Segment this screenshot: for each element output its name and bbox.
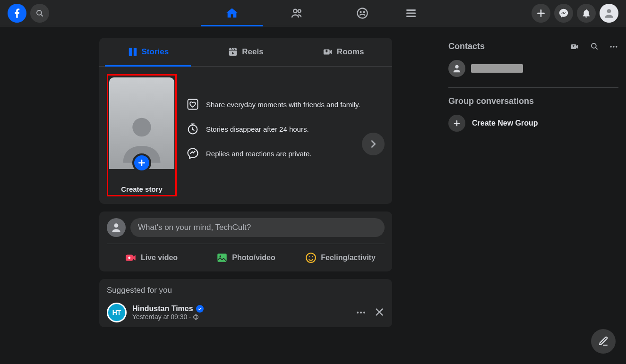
search-icon [35, 9, 44, 17]
heart-card-icon [186, 98, 199, 111]
post-actions [355, 307, 385, 318]
stories-body: Create story Share everyday moments with… [99, 67, 392, 204]
info-text-2: Stories disappear after 24 hours. [206, 125, 309, 133]
groups-icon [356, 7, 369, 20]
stories-tabs: Stories Reels Rooms [99, 38, 392, 67]
new-message-fab[interactable] [591, 329, 616, 354]
contact-row[interactable] [448, 55, 618, 82]
svg-point-26 [309, 256, 310, 257]
svg-point-15 [132, 118, 151, 136]
svg-point-22 [128, 257, 130, 259]
svg-rect-23 [217, 254, 227, 262]
story-info-list: Share everyday moments with friends and … [186, 74, 385, 160]
nav-menu[interactable] [397, 0, 425, 26]
post-close-button[interactable] [374, 307, 385, 318]
svg-point-5 [360, 11, 361, 13]
chevron-right-icon [368, 139, 378, 149]
info-text-3: Replies and reactions are private. [206, 150, 311, 158]
svg-point-12 [607, 9, 611, 13]
account-button[interactable] [600, 4, 618, 23]
live-video-label: Live video [141, 254, 178, 262]
composer-input[interactable]: What's on your mind, TechCult? [130, 218, 385, 237]
suggested-post-header: HT Hindustan Times Yesterday at 09:30 · [99, 298, 392, 327]
contacts-search-button[interactable] [590, 42, 599, 51]
svg-point-24 [220, 255, 221, 257]
svg-point-27 [312, 256, 313, 257]
feeling-label: Feeling/activity [321, 254, 376, 262]
avatar-icon [110, 221, 122, 234]
top-header [0, 0, 626, 26]
svg-point-40 [455, 65, 458, 68]
post-more-button[interactable] [355, 307, 367, 318]
page-avatar[interactable]: HT [107, 303, 127, 322]
svg-point-25 [306, 253, 316, 262]
verified-badge-icon [196, 305, 204, 313]
suggested-title: Suggested for you [99, 279, 392, 298]
info-row-2: Stories disappear after 24 hours. [186, 122, 385, 135]
composer-placeholder: What's on your mind, TechCult? [138, 223, 251, 232]
nav-groups[interactable] [332, 0, 393, 26]
new-room-button[interactable] [570, 42, 580, 51]
svg-line-36 [596, 47, 597, 49]
feeling-button[interactable]: Feeling/activity [293, 247, 387, 269]
avatar-icon [452, 63, 462, 74]
feed-column: Stories Reels Rooms [61, 26, 430, 364]
svg-point-39 [616, 46, 617, 47]
live-video-button[interactable]: Live video [104, 247, 198, 269]
tab-reels[interactable]: Reels [197, 38, 295, 66]
search-button[interactable] [30, 4, 49, 23]
messenger-outline-icon [186, 147, 199, 160]
svg-point-4 [357, 8, 367, 18]
main-area: Stories Reels Rooms [0, 26, 626, 364]
home-icon [225, 7, 239, 20]
svg-point-20 [114, 223, 119, 228]
page-subtitle: Yesterday at 09:30 · [132, 313, 191, 321]
nav-home[interactable] [201, 0, 263, 26]
page-meta: Hindustan Times Yesterday at 09:30 · [132, 305, 204, 321]
reels-icon [228, 47, 238, 57]
create-story-card[interactable]: Create story [107, 74, 177, 196]
video-plus-icon [570, 42, 580, 51]
rooms-icon [323, 47, 333, 57]
page-subtitle-row: Yesterday at 09:30 · [132, 313, 204, 321]
plus-icon [137, 158, 146, 168]
contacts-header: Contacts [448, 38, 618, 55]
svg-point-30 [360, 312, 362, 313]
create-group-plus [448, 115, 465, 132]
svg-line-1 [41, 14, 43, 16]
divider [448, 87, 618, 88]
edit-icon [598, 336, 609, 347]
nav-friends[interactable] [266, 0, 328, 26]
svg-point-6 [363, 11, 365, 13]
contacts-title: Contacts [448, 42, 485, 51]
create-group-label: Create New Group [472, 119, 538, 127]
tab-stories[interactable]: Stories [99, 38, 197, 66]
feeling-icon [305, 252, 317, 264]
tab-rooms[interactable]: Rooms [294, 38, 392, 66]
composer-actions: Live video Photo/video Feeling/activity [99, 244, 392, 271]
composer-avatar[interactable] [107, 218, 126, 237]
photo-video-label: Photo/video [232, 254, 275, 262]
messenger-button[interactable] [554, 4, 573, 23]
svg-point-2 [293, 9, 297, 12]
messenger-icon [558, 8, 569, 18]
stories-next-button[interactable] [362, 133, 385, 155]
contact-avatar [448, 60, 465, 77]
page-name: Hindustan Times [132, 305, 193, 313]
header-right [532, 4, 618, 23]
info-text-1: Share everyday moments with friends and … [206, 101, 360, 109]
notifications-button[interactable] [577, 4, 596, 23]
right-rail: Contacts Group conversations [448, 38, 618, 135]
svg-rect-18 [188, 100, 198, 110]
create-button[interactable] [532, 4, 550, 23]
page-name-row[interactable]: Hindustan Times [132, 305, 204, 313]
plus-icon [453, 119, 461, 127]
create-group-button[interactable]: Create New Group [448, 111, 618, 135]
header-nav [201, 0, 425, 26]
search-icon [590, 42, 599, 51]
photo-video-button[interactable]: Photo/video [198, 247, 293, 269]
facebook-logo[interactable] [8, 4, 26, 23]
contacts-options-button[interactable] [609, 42, 618, 51]
stories-card: Stories Reels Rooms [99, 38, 392, 204]
contact-name-redacted [471, 64, 523, 73]
